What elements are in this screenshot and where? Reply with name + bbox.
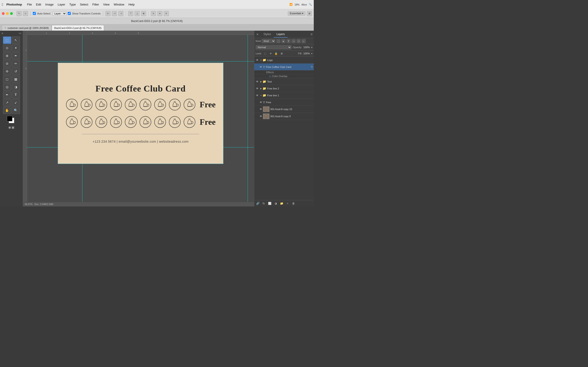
layer-free-line-2-eye[interactable]: 👁: [255, 86, 259, 91]
layer-free-line-2[interactable]: 👁 ▶ 📁 Free line 2: [254, 85, 314, 92]
essentials-button[interactable]: Essentials ▾: [288, 11, 305, 16]
crop-tool[interactable]: ⊕: [3, 52, 11, 59]
align-center-h-btn[interactable]: ⊣: [112, 11, 117, 16]
card-canvas[interactable]: Free Coffee Club Card: [58, 63, 223, 164]
move-tool-btn[interactable]: ↖: [17, 11, 22, 16]
menu-layer[interactable]: Layer: [56, 2, 67, 7]
layer-logo-eye[interactable]: 👁: [255, 58, 259, 62]
layer-free-text-eye[interactable]: 👁: [259, 100, 263, 104]
layer-text-group-arrow[interactable]: ▶: [259, 81, 262, 83]
maximize-button[interactable]: [10, 12, 13, 15]
search-icon[interactable]: 🔍: [309, 3, 312, 6]
distribute-3-btn[interactable]: ≡: [164, 11, 169, 16]
close-button[interactable]: [2, 12, 5, 15]
lock-position-btn[interactable]: ✛: [268, 51, 273, 56]
brush-tool[interactable]: ✏: [12, 60, 20, 67]
layer-logo-arrow[interactable]: ▾: [259, 59, 262, 61]
delete-layer-btn[interactable]: 🗑: [291, 201, 296, 206]
direct-select[interactable]: ↙: [12, 99, 20, 106]
move-tool[interactable]: ↖: [12, 36, 20, 44]
align-middle-btn[interactable]: ⊥: [135, 11, 140, 16]
lock-artboard-btn[interactable]: ⊞: [279, 51, 284, 56]
layer-cup-copy-9[interactable]: 👁 001-food-8 copy 9: [254, 113, 314, 120]
eyedropper-tool[interactable]: ✒: [12, 52, 20, 59]
magic-wand-tool[interactable]: ✦: [12, 44, 20, 52]
distribute-1-btn[interactable]: ≡: [151, 11, 156, 16]
menu-window[interactable]: Window: [112, 2, 126, 7]
marquee-tool[interactable]: ⬚: [3, 36, 11, 44]
layer-free-line-2-arrow[interactable]: ▶: [259, 87, 262, 90]
menu-edit[interactable]: Edit: [34, 2, 43, 7]
dodge-tool[interactable]: ◑: [12, 83, 20, 91]
menu-filter[interactable]: Filter: [90, 2, 101, 7]
show-transform-checkbox[interactable]: [68, 12, 71, 15]
lock-pixels-btn[interactable]: ⬚: [263, 51, 267, 56]
add-mask-btn[interactable]: ⬜: [267, 201, 272, 206]
hand-tool[interactable]: ✋: [3, 107, 11, 114]
zoom-tool[interactable]: 🔍: [12, 107, 20, 114]
path-select[interactable]: ↗: [3, 99, 11, 106]
toolbox-collapse-btn[interactable]: >>: [19, 32, 21, 35]
filter-type-icon[interactable]: T: [286, 39, 291, 43]
align-left-btn[interactable]: ⊢: [105, 11, 111, 16]
menu-view[interactable]: View: [101, 2, 111, 7]
screen-mode-icon[interactable]: ▣: [11, 125, 15, 129]
blur-tool[interactable]: ◎: [3, 83, 11, 91]
layer-text-eye[interactable]: 👁: [259, 65, 263, 69]
layer-text-group-eye[interactable]: 👁: [255, 80, 259, 84]
tab-close-1[interactable]: ✕: [4, 27, 6, 29]
filter-adjust-icon[interactable]: ◈: [281, 39, 285, 43]
new-group-btn[interactable]: 📁: [279, 201, 284, 206]
quick-mask-icon[interactable]: ◉: [8, 125, 11, 129]
layer-cup-10-eye[interactable]: 👁: [259, 107, 263, 111]
menu-help[interactable]: Help: [127, 2, 137, 7]
opacity-stepper[interactable]: ▾: [311, 46, 312, 49]
layer-text-fx[interactable]: fx: [311, 66, 313, 68]
lock-all-btn[interactable]: 🔒: [274, 51, 278, 56]
foreground-color-swatch[interactable]: [7, 116, 12, 121]
panel-expand-btn[interactable]: ☰: [309, 33, 314, 35]
clone-tool[interactable]: ✣: [3, 68, 11, 75]
auto-select-dropdown[interactable]: Layer Group: [52, 11, 66, 16]
layer-free-line-1[interactable]: 👁 ▾ 📁 Free line 1: [254, 92, 314, 99]
text-tool[interactable]: T: [12, 91, 20, 98]
layer-effects-btn[interactable]: fx: [261, 201, 266, 206]
filter-video-icon[interactable]: ▷: [302, 39, 306, 43]
canvas-area[interactable]: 1 2 3 4 5 1 2: [23, 31, 254, 206]
tab-layers[interactable]: Layers: [274, 31, 288, 38]
apple-logo[interactable]: : [2, 2, 3, 7]
align-top-btn[interactable]: ⊤: [128, 11, 133, 16]
layer-cup-9-eye[interactable]: 👁: [259, 114, 263, 118]
canvas-wrapper[interactable]: Free Coffee Club Card: [27, 35, 254, 202]
layer-free-line-1-arrow[interactable]: ▾: [259, 94, 262, 97]
menu-select[interactable]: Select: [78, 2, 90, 7]
panel-close-btn[interactable]: ✕: [254, 31, 261, 38]
selection-tool-btn[interactable]: ⊹: [23, 11, 28, 16]
lasso-tool[interactable]: ⊙: [3, 44, 11, 52]
layer-color-overlay[interactable]: ◎ Color Overlay: [254, 74, 314, 78]
eraser-tool[interactable]: ◻: [3, 75, 11, 83]
filter-kind-select[interactable]: Kind Name Effect: [262, 39, 275, 43]
link-layers-btn[interactable]: 🔗: [255, 201, 260, 206]
pen-tool[interactable]: ✒: [3, 91, 11, 98]
align-bottom-btn[interactable]: ⊕: [141, 11, 146, 16]
layer-cup-copy-10[interactable]: 👁 001-food-8 copy 10: [254, 106, 314, 113]
layer-free-coffee-text[interactable]: 👁 T Free Coffee Club Card fx: [254, 64, 314, 70]
tab-customer-card[interactable]: ✕ customer card.psd @ 100% (RGB/8): [2, 25, 51, 31]
distribute-2-btn[interactable]: ≡: [157, 11, 162, 16]
layer-free-text[interactable]: 👁 T Free: [254, 99, 314, 106]
fill-stepper[interactable]: ▾: [311, 52, 312, 55]
filter-pixel-icon[interactable]: ⬚: [276, 39, 280, 43]
layer-free-line-1-eye[interactable]: 👁: [255, 93, 259, 98]
new-layer-btn[interactable]: +: [285, 201, 290, 206]
panel-layout-btn[interactable]: ⊞: [307, 11, 312, 16]
align-right-btn[interactable]: ⊣: [118, 11, 123, 16]
menu-image[interactable]: Image: [43, 2, 55, 7]
gradient-tool[interactable]: ▦: [12, 75, 20, 83]
menu-type[interactable]: Type: [68, 2, 78, 7]
tab-styles[interactable]: Styles: [261, 31, 274, 38]
auto-select-checkbox[interactable]: [33, 12, 36, 15]
healing-tool[interactable]: ⊘: [3, 60, 11, 67]
layer-logo[interactable]: 👁 ▾ 📁 Logo: [254, 57, 314, 64]
layer-text-group[interactable]: 👁 ▶ 📁 Text: [254, 78, 314, 85]
